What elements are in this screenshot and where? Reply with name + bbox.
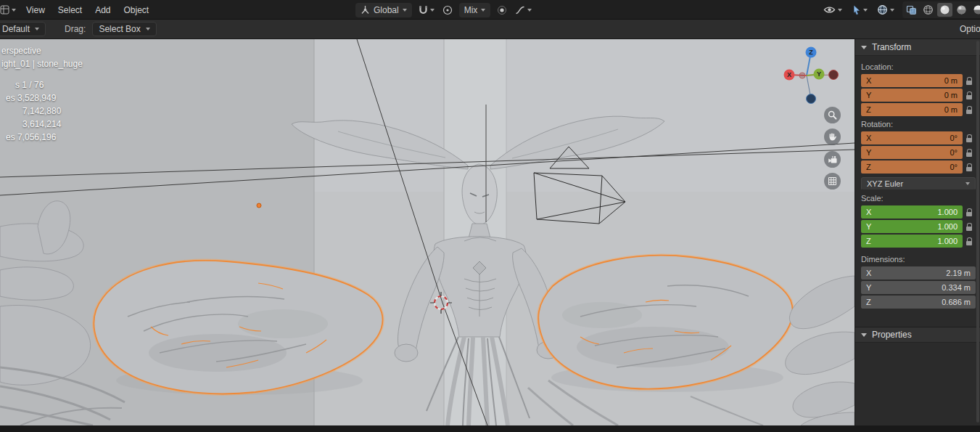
panel-header-properties[interactable]: Properties — [855, 327, 980, 343]
show-overlays-dropdown[interactable] — [876, 3, 896, 17]
falloff-dot-button[interactable] — [495, 4, 508, 17]
3d-viewport[interactable]: erspective ight_01 | stone_huge s 1 / 76… — [0, 39, 855, 425]
dimensions-y-row: Y 0.334 m — [861, 281, 976, 294]
menu-view[interactable]: View — [20, 2, 52, 18]
dimensions-z-row: Z 0.686 m — [861, 296, 976, 309]
grid-icon — [828, 176, 837, 186]
blend-mode-dropdown[interactable]: Mix — [459, 3, 491, 17]
panel-scrollbar[interactable] — [976, 41, 979, 423]
shading-mode-group — [902, 1, 980, 18]
shading-wireframe-button[interactable] — [921, 3, 936, 17]
scale-z-field[interactable]: Z 1.000 — [861, 235, 963, 248]
location-y-field[interactable]: Y 0 m — [861, 89, 963, 102]
stat-faces: 3,614,214 — [22, 118, 83, 131]
axis-label: Z — [866, 298, 871, 306]
field-value: 0 m — [944, 76, 958, 85]
location-z-field[interactable]: Z 0 m — [861, 103, 963, 116]
wireframe-sphere-icon — [923, 4, 934, 15]
toggle-xray-button[interactable] — [904, 3, 919, 17]
lock-icon[interactable] — [963, 90, 976, 101]
viewport-scene — [0, 39, 855, 425]
lock-icon[interactable] — [963, 133, 976, 144]
transform-panel-body: Location: X 0 m Y 0 m Z 0 m Rotation: — [855, 56, 980, 309]
tool-preset-select[interactable]: Default — [0, 22, 46, 36]
pan-button[interactable] — [824, 129, 841, 145]
shading-solid-button[interactable] — [937, 3, 952, 17]
proportional-editing-button[interactable] — [441, 4, 454, 17]
scale-z-row: Z 1.000 — [861, 235, 976, 248]
scale-label: Scale: — [861, 193, 976, 203]
lock-icon[interactable] — [963, 221, 976, 232]
perspective-toggle-button[interactable] — [824, 173, 841, 189]
drag-mode-value: Select Box — [99, 24, 140, 34]
lock-icon[interactable] — [963, 76, 976, 86]
dimensions-y-field[interactable]: Y 0.334 m — [861, 281, 976, 294]
selected-stone-right[interactable] — [538, 256, 792, 392]
gizmo-axis-y-negative[interactable] — [799, 73, 805, 78]
sidebar-n-panel: Transform Location: X 0 m Y 0 m Z 0 m Ro… — [855, 39, 980, 425]
location-label: Location: — [861, 62, 976, 72]
field-value: 1.000 — [937, 208, 958, 216]
bottom-editor-strip — [0, 425, 980, 432]
gizmo-axis-x-negative[interactable] — [829, 70, 839, 80]
hand-icon — [828, 132, 837, 142]
show-gizmo-dropdown[interactable] — [850, 4, 869, 17]
rotation-y-field[interactable]: Y 0° — [861, 146, 963, 159]
options-button[interactable]: Options — [960, 24, 980, 34]
falloff-curve-icon — [515, 5, 525, 15]
menu-select[interactable]: Select — [52, 2, 88, 18]
drag-mode-select[interactable]: Select Box — [92, 22, 156, 36]
location-y-row: Y 0 m — [861, 89, 976, 102]
falloff-curve-button[interactable] — [514, 4, 533, 17]
editor-type-button[interactable] — [0, 4, 20, 16]
lock-icon[interactable] — [963, 236, 976, 247]
shading-rendered-button[interactable] — [971, 3, 980, 17]
field-value: 0° — [950, 134, 958, 142]
snap-toggle-button[interactable] — [417, 4, 436, 17]
lock-icon[interactable] — [963, 207, 976, 218]
dimensions-x-field[interactable]: X 2.19 m — [861, 266, 976, 280]
stat-active-object: ight_01 | stone_huge — [1, 57, 83, 70]
camera-view-button[interactable] — [824, 151, 841, 168]
rotation-z-row: Z 0° — [861, 160, 976, 174]
axis-label: Y — [866, 283, 871, 292]
lock-icon[interactable] — [963, 147, 976, 158]
panel-header-transform[interactable]: Transform — [855, 39, 980, 56]
stat-triangles: es 7,056,196 — [6, 131, 83, 144]
transform-orientation-dropdown[interactable]: Global — [355, 3, 412, 17]
scale-y-row: Y 1.000 — [861, 220, 976, 233]
lock-icon[interactable] — [963, 105, 976, 115]
tool-settings-bar: Default Drag: Select Box Options — [0, 20, 980, 39]
object-origin-dot[interactable] — [257, 203, 261, 208]
tool-preset-value: Default — [2, 24, 30, 34]
solid-sphere-icon — [939, 4, 950, 15]
rotation-mode-dropdown[interactable]: XYZ Euler — [861, 177, 976, 190]
rotation-z-field[interactable]: Z 0° — [861, 160, 963, 174]
shading-material-button[interactable] — [954, 3, 969, 17]
scale-y-field[interactable]: Y 1.000 — [861, 220, 963, 233]
axis-label: X — [866, 269, 871, 277]
menu-object[interactable]: Object — [118, 2, 156, 18]
chevron-down-icon — [35, 28, 39, 30]
location-x-field[interactable]: X 0 m — [861, 74, 963, 87]
magnet-icon — [419, 5, 428, 15]
menu-add[interactable]: Add — [88, 2, 117, 18]
cursor-arrow-icon — [852, 5, 861, 15]
zoom-button[interactable] — [824, 107, 841, 123]
field-value: 1.000 — [937, 222, 958, 231]
gizmo-axis-z-negative[interactable] — [807, 94, 816, 104]
scale-x-field[interactable]: X 1.000 — [861, 205, 963, 219]
dimensions-z-field[interactable]: Z 0.686 m — [861, 296, 976, 309]
options-label: Options — [960, 24, 980, 34]
location-z-row: Z 0 m — [861, 103, 976, 116]
field-value: 2.19 m — [946, 269, 971, 277]
header-menus: View Select Add Object — [0, 0, 155, 20]
header-right-tools — [822, 0, 980, 20]
object-visibility-dropdown[interactable] — [822, 4, 844, 16]
navigation-gizmo[interactable]: X Y Z — [781, 42, 841, 106]
chevron-down-icon — [403, 9, 407, 12]
selected-stone-left[interactable] — [94, 261, 382, 395]
xray-squares-icon — [906, 5, 917, 15]
lock-icon[interactable] — [963, 162, 976, 173]
rotation-x-field[interactable]: X 0° — [861, 131, 963, 144]
